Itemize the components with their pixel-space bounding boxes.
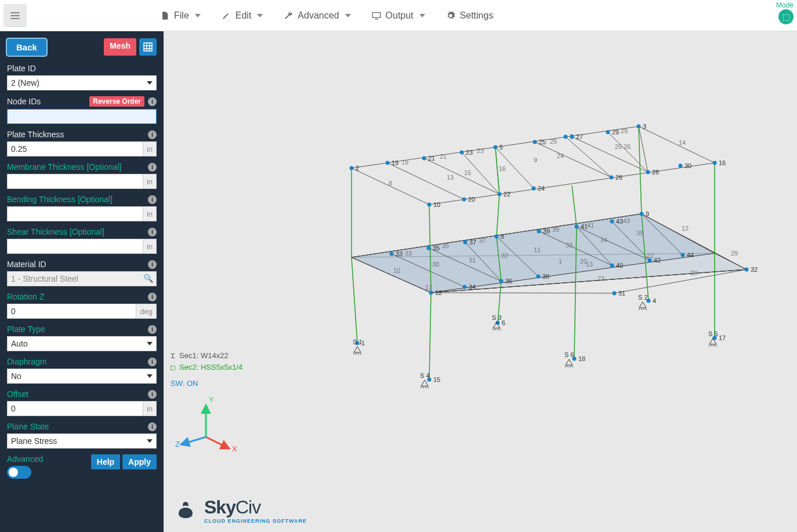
plate-thickness-input[interactable]: [7, 141, 143, 156]
info-icon[interactable]: i: [148, 130, 157, 139]
svg-text:25: 25: [615, 143, 622, 150]
svg-text:40: 40: [616, 262, 623, 269]
menu-edit[interactable]: Edit: [222, 10, 263, 21]
svg-point-103: [463, 285, 467, 289]
shear-thickness-label: Shear Thickness [Optional]i: [7, 227, 157, 236]
bending-thickness-input[interactable]: [7, 206, 143, 221]
svg-text:35: 35: [636, 229, 643, 236]
info-icon[interactable]: i: [148, 163, 157, 172]
hamburger-menu-button[interactable]: [3, 4, 27, 27]
rotation-z-input[interactable]: [7, 304, 136, 319]
apply-button[interactable]: Apply: [122, 454, 157, 469]
svg-line-13: [566, 137, 611, 177]
membrane-thickness-input[interactable]: [7, 174, 143, 189]
svg-line-14: [572, 137, 648, 172]
info-icon[interactable]: i: [148, 422, 157, 431]
chevron-down-icon: [257, 13, 263, 19]
svg-text:34: 34: [469, 283, 476, 290]
unit-label: in: [143, 239, 157, 254]
svg-text:27: 27: [597, 275, 604, 282]
svg-text:16: 16: [719, 159, 726, 166]
svg-text:4: 4: [653, 297, 656, 304]
svg-text:15: 15: [433, 376, 440, 383]
offset-input[interactable]: [7, 401, 143, 416]
diaphragm-select[interactable]: No: [7, 369, 157, 384]
datasheet-button[interactable]: [139, 38, 157, 56]
svg-point-75: [386, 161, 390, 165]
plane-state-select[interactable]: Plane Stress: [7, 433, 157, 449]
svg-text:41: 41: [587, 222, 594, 229]
help-button[interactable]: Help: [91, 454, 120, 469]
svg-text:29: 29: [621, 127, 628, 134]
svg-point-107: [499, 279, 503, 283]
info-icon[interactable]: i: [148, 325, 157, 334]
svg-text:12: 12: [435, 289, 442, 296]
mode-icon: ⬚: [778, 9, 794, 24]
pencil-icon: [222, 11, 231, 20]
unit-label: in: [143, 206, 157, 221]
svg-text:31: 31: [618, 290, 625, 297]
material-id-label: Material IDi: [7, 260, 157, 269]
svg-text:35: 35: [442, 242, 449, 249]
svg-text:16: 16: [499, 165, 506, 172]
info-icon[interactable]: i: [148, 260, 157, 269]
info-icon[interactable]: i: [148, 358, 157, 366]
svg-text:34: 34: [600, 236, 607, 243]
svg-text:30: 30: [432, 261, 439, 268]
shear-thickness-input[interactable]: [7, 239, 143, 254]
svg-point-109: [463, 241, 468, 245]
gear-icon: [446, 11, 455, 20]
svg-text:31: 31: [469, 257, 476, 264]
svg-text:32: 32: [501, 252, 508, 259]
svg-text:Z: Z: [175, 440, 180, 449]
plate-type-label: Plate Typei: [7, 325, 157, 334]
svg-text:25: 25: [539, 139, 546, 145]
menu-edit-label: Edit: [236, 10, 252, 21]
svg-point-65: [429, 291, 433, 295]
skyciv-logo: SkyCiv CLOUD ENGINEERING SOFTWARE: [172, 496, 307, 524]
svg-text:10: 10: [393, 267, 400, 274]
svg-line-7: [387, 163, 464, 199]
svg-point-79: [422, 156, 426, 161]
menu-output[interactable]: Output: [372, 10, 425, 21]
svg-point-95: [606, 130, 610, 134]
menu-file[interactable]: File: [160, 10, 201, 21]
model-viewport[interactable]: 1234567910121516171819202122232425262728…: [164, 31, 797, 532]
svg-text:43: 43: [623, 217, 630, 224]
plane-state-label: Plane Statei: [7, 422, 157, 431]
node-ids-input[interactable]: [7, 109, 157, 124]
svg-point-89: [610, 176, 614, 180]
svg-text:13: 13: [586, 261, 593, 268]
menu-settings[interactable]: Settings: [446, 10, 494, 21]
svg-text:35: 35: [433, 245, 440, 252]
plate-id-select[interactable]: 2 (New): [7, 75, 157, 90]
reverse-order-button[interactable]: Reverse Order: [89, 96, 144, 107]
menu-advanced[interactable]: Advanced: [284, 10, 350, 21]
svg-line-37: [497, 194, 499, 236]
svg-line-8: [424, 158, 499, 194]
menu-settings-label: Settings: [460, 10, 494, 21]
back-button[interactable]: Back: [7, 39, 46, 56]
svg-line-34: [352, 257, 357, 343]
advanced-toggle[interactable]: [7, 466, 31, 479]
info-icon[interactable]: i: [148, 293, 157, 301]
node-ids-label: Node IDs Reverse Orderi: [7, 96, 157, 107]
svg-text:32: 32: [751, 266, 758, 273]
svg-text:42: 42: [654, 257, 661, 264]
mode-indicator[interactable]: Mode ⬚: [776, 0, 794, 31]
plate-type-select[interactable]: Auto: [7, 336, 157, 351]
search-icon[interactable]: 🔍: [143, 274, 153, 283]
svg-text:12: 12: [682, 225, 689, 232]
menu-advanced-label: Advanced: [298, 10, 339, 21]
svg-point-61: [640, 212, 644, 216]
info-icon[interactable]: i: [148, 390, 157, 399]
material-id-input[interactable]: [7, 271, 157, 286]
info-icon[interactable]: i: [148, 97, 157, 106]
svg-point-49: [350, 166, 354, 170]
svg-line-172: [206, 437, 229, 449]
svg-line-41: [572, 185, 577, 227]
mesh-button[interactable]: Mesh: [104, 38, 136, 56]
info-icon[interactable]: i: [148, 195, 157, 204]
svg-line-15: [608, 132, 648, 172]
info-icon[interactable]: i: [148, 228, 157, 236]
